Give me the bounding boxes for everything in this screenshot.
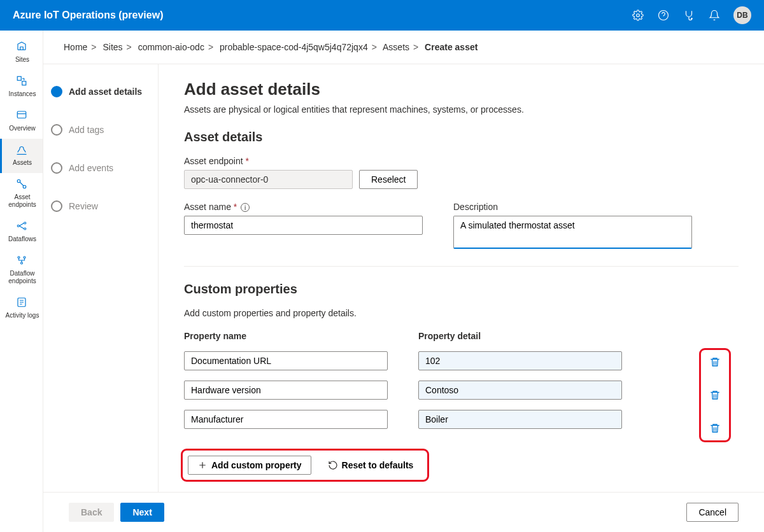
property-name-input[interactable]	[184, 381, 388, 400]
nav-instances[interactable]: Instances	[0, 70, 43, 104]
crumb-sites[interactable]: Sites	[103, 42, 122, 52]
trash-icon	[709, 356, 721, 368]
delete-property-button[interactable]	[707, 387, 723, 403]
assets-icon	[16, 144, 29, 157]
property-name-input[interactable]	[184, 410, 388, 429]
delete-property-button[interactable]	[707, 420, 723, 437]
activity-logs-icon	[16, 297, 29, 309]
description-input[interactable]	[453, 216, 692, 249]
delete-property-button[interactable]	[707, 354, 723, 370]
left-nav: Sites Instances Overview Assets Asset en…	[0, 31, 43, 532]
custom-properties-description: Add custom properties and property detai…	[184, 308, 739, 318]
breadcrumb: Home> Sites> common-aio-odc> probable-sp…	[43, 31, 764, 64]
trash-icon	[709, 423, 721, 434]
wizard-footer: Back Next Cancel	[43, 492, 764, 532]
dataflow-endpoints-icon	[16, 255, 29, 267]
sites-icon	[16, 41, 29, 53]
topbar-actions: DB	[632, 6, 751, 24]
nav-assets[interactable]: Assets	[0, 139, 43, 173]
asset-details-title: Asset details	[184, 130, 739, 144]
svg-point-10	[24, 222, 26, 224]
svg-point-0	[637, 14, 640, 17]
trash-icon	[709, 389, 721, 401]
svg-rect-6	[17, 111, 26, 118]
step-review[interactable]: Review	[51, 194, 150, 218]
plus-icon	[197, 460, 208, 470]
step-indicator-icon	[51, 162, 62, 174]
nav-overview[interactable]: Overview	[0, 104, 43, 139]
step-add-tags[interactable]: Add tags	[51, 118, 150, 156]
diagnostics-icon[interactable]	[683, 9, 695, 22]
page-description: Assets are physical or logical entities …	[184, 104, 739, 115]
help-icon[interactable]	[657, 9, 670, 22]
next-button[interactable]: Next	[120, 503, 164, 522]
crumb-home[interactable]: Home	[64, 42, 87, 52]
reset-icon	[328, 460, 338, 470]
property-detail-input[interactable]	[418, 351, 622, 370]
crumb-resource[interactable]: common-aio-odc	[138, 42, 204, 52]
svg-rect-5	[22, 81, 26, 85]
step-add-asset-details[interactable]: Add asset details	[51, 80, 150, 118]
svg-rect-4	[17, 76, 21, 80]
settings-icon[interactable]	[632, 9, 644, 22]
property-detail-input[interactable]	[418, 410, 622, 429]
svg-point-13	[24, 256, 25, 258]
info-icon[interactable]: i	[241, 203, 250, 212]
custom-properties-title: Custom properties	[184, 282, 739, 297]
asset-endpoint-value: opc-ua-connector-0	[184, 170, 353, 189]
svg-point-12	[18, 256, 20, 258]
description-label: Description	[453, 202, 692, 212]
svg-point-9	[17, 225, 19, 227]
asset-endpoints-icon	[16, 178, 29, 191]
asset-name-label: Asset name * i	[184, 202, 423, 212]
add-custom-property-button[interactable]: Add custom property	[188, 456, 311, 475]
svg-point-1	[659, 11, 668, 20]
crumb-current: Create asset	[425, 42, 478, 52]
page-title: Add asset details	[184, 80, 739, 99]
property-actions-highlight: Add custom property Reset to defaults	[184, 452, 426, 479]
property-name-header: Property name	[184, 331, 388, 341]
divider	[184, 266, 739, 267]
svg-point-3	[691, 18, 693, 20]
wizard-steps: Add asset details Add tags Add events Re…	[43, 64, 158, 492]
crumb-assets[interactable]: Assets	[383, 42, 409, 52]
step-add-events[interactable]: Add events	[51, 156, 150, 194]
cancel-button[interactable]: Cancel	[686, 503, 739, 522]
form-area: Add asset details Assets are physical or…	[158, 64, 764, 492]
nav-dataflow-endpoints[interactable]: Dataflow endpoints	[0, 249, 43, 291]
nav-activity-logs[interactable]: Activity logs	[0, 291, 43, 326]
notifications-icon[interactable]	[708, 9, 721, 22]
step-indicator-icon	[51, 200, 62, 212]
user-avatar[interactable]: DB	[733, 6, 751, 24]
custom-properties-grid: Property name Property detail	[184, 331, 691, 429]
nav-dataflows[interactable]: Dataflows	[0, 215, 43, 249]
property-name-input[interactable]	[184, 351, 388, 370]
step-indicator-icon	[51, 86, 62, 97]
step-indicator-icon	[51, 124, 62, 136]
overview-icon	[16, 109, 29, 122]
top-bar: Azure IoT Operations (preview) DB	[0, 0, 764, 31]
asset-endpoint-label: Asset endpoint *	[184, 156, 739, 166]
reselect-button[interactable]: Reselect	[359, 170, 418, 189]
instances-icon	[16, 75, 29, 88]
nav-sites[interactable]: Sites	[0, 36, 43, 70]
crumb-instance[interactable]: probable-space-cod-4j5qw5j4q72jqx4	[220, 42, 368, 52]
back-button: Back	[69, 503, 114, 522]
delete-buttons-highlight	[701, 350, 729, 440]
dataflows-icon	[16, 220, 29, 233]
nav-asset-endpoints[interactable]: Asset endpoints	[0, 173, 43, 215]
reset-defaults-button[interactable]: Reset to defaults	[319, 456, 423, 474]
asset-name-input[interactable]	[184, 216, 423, 235]
property-detail-input[interactable]	[418, 381, 622, 400]
product-title: Azure IoT Operations (preview)	[13, 10, 632, 21]
svg-point-14	[21, 262, 23, 264]
svg-point-11	[24, 228, 26, 230]
property-detail-header: Property detail	[418, 331, 622, 341]
